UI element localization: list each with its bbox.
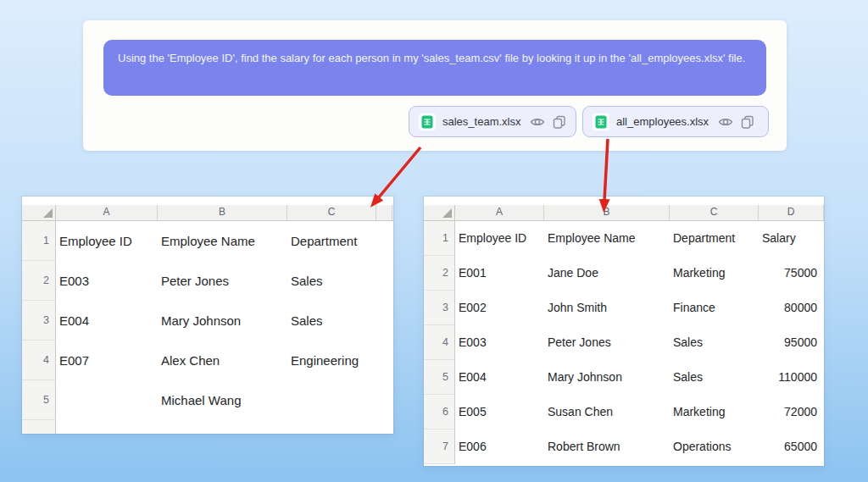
all-employees-spreadsheet: ABCD1Employee IDEmployee NameDepartmentS… — [424, 197, 824, 466]
select-all-corner[interactable] — [22, 205, 56, 220]
cell[interactable]: Engineering — [287, 341, 376, 380]
cell[interactable]: Employee ID — [455, 221, 544, 256]
row-header[interactable]: 4 — [22, 341, 56, 380]
cell[interactable]: Sales — [670, 360, 759, 395]
attachment-filename: all_employees.xlsx — [616, 115, 709, 128]
table-row: 3E002John SmithFinance80000 — [424, 291, 824, 325]
cell[interactable] — [158, 420, 287, 434]
column-header-C[interactable]: C — [287, 205, 376, 220]
column-header-C[interactable]: C — [670, 205, 759, 220]
row-header[interactable]: 2 — [22, 261, 56, 301]
cell[interactable]: Employee ID — [56, 221, 158, 261]
column-header-partial[interactable] — [376, 205, 392, 220]
table-row: 7E006Robert BrownOperations65000 — [424, 429, 824, 464]
cell[interactable]: Employee Name — [158, 221, 287, 261]
user-message-bubble: Using the 'Employee ID', find the salary… — [103, 40, 766, 96]
cell[interactable]: Peter Jones — [158, 261, 287, 301]
arrow-to-sales-team-sheet — [378, 147, 420, 198]
cell[interactable]: E003 — [455, 325, 544, 360]
cell[interactable]: E005 — [455, 395, 544, 429]
select-all-triangle-icon — [43, 208, 53, 218]
cell[interactable]: Department — [287, 221, 376, 261]
attachment-chip-sales-team[interactable]: sales_team.xlsx — [409, 106, 576, 137]
eye-icon[interactable] — [530, 114, 545, 130]
cell[interactable]: Susan Chen — [544, 395, 670, 429]
copy-icon[interactable] — [553, 115, 566, 129]
table-row: 2E003Peter JonesSales — [22, 261, 393, 301]
table-row: 4E003Peter JonesSales95000 — [424, 325, 824, 360]
row-header[interactable]: 4 — [424, 325, 455, 360]
cell[interactable]: E004 — [56, 301, 158, 341]
cell[interactable]: E004 — [455, 360, 544, 395]
cell[interactable]: Robert Brown — [544, 429, 670, 464]
cell[interactable] — [287, 420, 376, 434]
row-header[interactable]: 7 — [424, 429, 455, 464]
cell[interactable]: Jane Doe — [544, 256, 670, 291]
row-header[interactable]: 5 — [22, 380, 56, 420]
spreadsheet-file-icon — [419, 114, 436, 130]
cell[interactable]: Marketing — [670, 256, 759, 291]
table-row: 1Employee IDEmployee NameDepartment — [22, 221, 393, 261]
spreadsheet-file-icon — [593, 114, 609, 130]
attachment-chip-all-employees[interactable]: all_employees.xlsx — [582, 106, 769, 137]
select-all-corner[interactable] — [424, 205, 455, 220]
cell[interactable]: Department — [670, 221, 759, 256]
cell[interactable]: Sales — [670, 325, 759, 360]
cell[interactable] — [56, 420, 158, 434]
cell[interactable]: Finance — [670, 291, 759, 325]
column-header-row: ABC — [22, 205, 393, 221]
select-all-triangle-icon — [442, 208, 452, 218]
cell[interactable]: 72000 — [759, 395, 824, 429]
table-row: 6E005Susan ChenMarketing72000 — [424, 395, 824, 429]
column-header-D[interactable]: D — [759, 205, 824, 220]
cell[interactable]: E003 — [56, 261, 158, 301]
table-row: 6 — [22, 420, 393, 434]
cell[interactable]: E006 — [455, 429, 544, 464]
cell[interactable]: Salary — [759, 221, 824, 256]
chat-card: Using the 'Employee ID', find the salary… — [83, 20, 787, 151]
cell[interactable]: Sales — [287, 301, 376, 341]
sales-team-spreadsheet: ABC1Employee IDEmployee NameDepartment2E… — [22, 197, 393, 434]
cell[interactable]: Peter Jones — [544, 325, 670, 360]
cell[interactable]: John Smith — [544, 291, 670, 325]
cell[interactable]: 75000 — [759, 256, 824, 291]
column-header-B[interactable]: B — [544, 205, 670, 220]
table-row: 5E004Mary JohnsonSales110000 — [424, 360, 824, 395]
row-header[interactable]: 5 — [424, 360, 455, 395]
row-header[interactable]: 2 — [424, 256, 455, 291]
cell[interactable]: E007 — [56, 341, 158, 380]
eye-icon[interactable] — [718, 114, 733, 130]
column-header-A[interactable]: A — [56, 205, 158, 220]
cell[interactable]: Employee Name — [544, 221, 670, 256]
table-row: 1Employee IDEmployee NameDepartmentSalar… — [424, 221, 824, 256]
copy-icon[interactable] — [741, 115, 754, 129]
row-header[interactable]: 3 — [22, 301, 56, 341]
cell[interactable]: Marketing — [670, 395, 759, 429]
table-row: 2E001Jane DoeMarketing75000 — [424, 256, 824, 291]
desktop-background: Using the 'Employee ID', find the salary… — [0, 0, 868, 482]
table-row: 3E004Mary JohnsonSales — [22, 301, 393, 341]
attachment-filename: sales_team.xlsx — [442, 115, 520, 128]
column-header-A[interactable]: A — [455, 205, 544, 220]
row-header[interactable]: 3 — [424, 291, 455, 325]
cell[interactable]: Alex Chen — [158, 341, 287, 380]
table-row: 5Michael Wang — [22, 380, 393, 420]
cell[interactable]: 80000 — [759, 291, 824, 325]
cell[interactable]: Mary Johnson — [544, 360, 670, 395]
cell[interactable]: Mary Johnson — [158, 301, 287, 341]
cell[interactable]: Operations — [670, 429, 759, 464]
cell[interactable]: 65000 — [759, 429, 824, 464]
cell[interactable] — [287, 380, 376, 420]
cell[interactable]: Michael Wang — [158, 380, 287, 420]
cell[interactable]: 110000 — [759, 360, 824, 395]
row-header[interactable]: 6 — [22, 420, 56, 434]
cell[interactable]: E001 — [455, 256, 544, 291]
cell[interactable] — [56, 380, 158, 420]
cell[interactable]: E002 — [455, 291, 544, 325]
cell[interactable]: 95000 — [759, 325, 824, 360]
row-header[interactable]: 1 — [424, 221, 455, 256]
row-header[interactable]: 6 — [424, 395, 455, 429]
cell[interactable]: Sales — [287, 261, 376, 301]
column-header-B[interactable]: B — [158, 205, 287, 220]
row-header[interactable]: 1 — [22, 221, 56, 261]
